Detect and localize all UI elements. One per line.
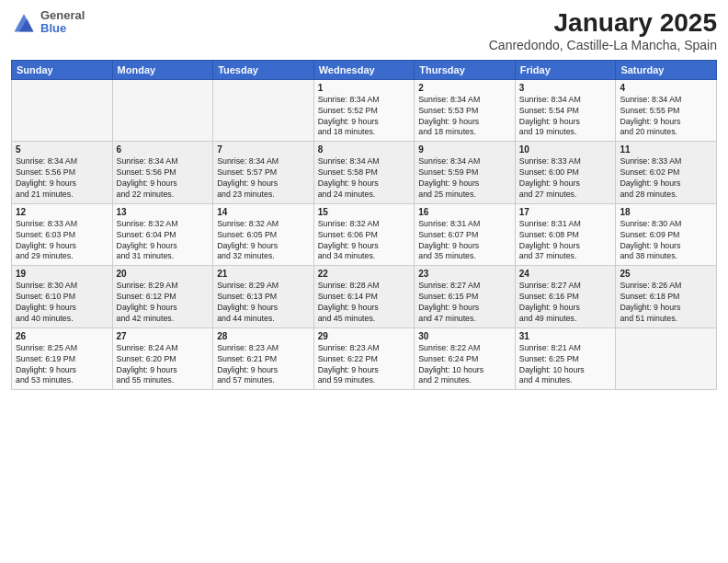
calendar-header: SundayMondayTuesdayWednesdayThursdayFrid… bbox=[12, 60, 717, 79]
day-number: 3 bbox=[519, 83, 612, 93]
cell-content: Sunrise: 8:34 AM Sunset: 5:56 PM Dayligh… bbox=[117, 156, 210, 201]
calendar-cell: 26Sunrise: 8:25 AM Sunset: 6:19 PM Dayli… bbox=[12, 327, 113, 390]
day-number: 6 bbox=[117, 144, 210, 155]
cell-content: Sunrise: 8:34 AM Sunset: 5:59 PM Dayligh… bbox=[418, 156, 511, 201]
calendar-cell: 2Sunrise: 8:34 AM Sunset: 5:53 PM Daylig… bbox=[415, 79, 516, 142]
calendar-cell: 1Sunrise: 8:34 AM Sunset: 5:52 PM Daylig… bbox=[313, 79, 415, 142]
cell-content: Sunrise: 8:33 AM Sunset: 6:00 PM Dayligh… bbox=[519, 156, 612, 201]
calendar-week-4: 19Sunrise: 8:30 AM Sunset: 6:10 PM Dayli… bbox=[12, 266, 717, 328]
cell-content: Sunrise: 8:34 AM Sunset: 5:55 PM Dayligh… bbox=[620, 95, 712, 139]
calendar-cell bbox=[213, 79, 314, 142]
day-number: 19 bbox=[16, 269, 108, 279]
calendar-cell bbox=[12, 79, 113, 142]
cell-content: Sunrise: 8:32 AM Sunset: 6:05 PM Dayligh… bbox=[217, 219, 310, 263]
calendar-cell: 19Sunrise: 8:30 AM Sunset: 6:10 PM Dayli… bbox=[12, 266, 113, 328]
cell-content: Sunrise: 8:22 AM Sunset: 6:24 PM Dayligh… bbox=[418, 343, 511, 387]
calendar-cell: 9Sunrise: 8:34 AM Sunset: 5:59 PM Daylig… bbox=[415, 142, 516, 204]
calendar-cell: 13Sunrise: 8:32 AM Sunset: 6:04 PM Dayli… bbox=[112, 203, 213, 266]
header: General Blue January 2025 Canredondo, Ca… bbox=[11, 9, 717, 52]
day-header-row: SundayMondayTuesdayWednesdayThursdayFrid… bbox=[12, 60, 717, 79]
calendar-body: 1Sunrise: 8:34 AM Sunset: 5:52 PM Daylig… bbox=[12, 79, 717, 390]
cell-content: Sunrise: 8:34 AM Sunset: 5:54 PM Dayligh… bbox=[519, 95, 612, 139]
day-number: 27 bbox=[117, 331, 210, 341]
cell-content: Sunrise: 8:25 AM Sunset: 6:19 PM Dayligh… bbox=[16, 343, 108, 387]
day-number: 14 bbox=[217, 207, 310, 217]
page: General Blue January 2025 Canredondo, Ca… bbox=[0, 0, 728, 563]
cell-content: Sunrise: 8:21 AM Sunset: 6:25 PM Dayligh… bbox=[519, 343, 612, 387]
cell-content: Sunrise: 8:23 AM Sunset: 6:21 PM Dayligh… bbox=[217, 343, 310, 387]
page-title: January 2025 bbox=[489, 9, 717, 38]
calendar-cell: 29Sunrise: 8:23 AM Sunset: 6:22 PM Dayli… bbox=[313, 327, 415, 390]
day-number: 10 bbox=[519, 144, 612, 155]
day-number: 1 bbox=[318, 83, 411, 93]
day-number: 13 bbox=[117, 207, 210, 217]
cell-content: Sunrise: 8:32 AM Sunset: 6:04 PM Dayligh… bbox=[117, 219, 210, 263]
calendar-week-1: 1Sunrise: 8:34 AM Sunset: 5:52 PM Daylig… bbox=[12, 79, 717, 142]
calendar-cell: 28Sunrise: 8:23 AM Sunset: 6:21 PM Dayli… bbox=[213, 327, 314, 390]
day-number: 2 bbox=[418, 83, 511, 93]
calendar-cell: 27Sunrise: 8:24 AM Sunset: 6:20 PM Dayli… bbox=[112, 327, 213, 390]
calendar-cell: 5Sunrise: 8:34 AM Sunset: 5:56 PM Daylig… bbox=[12, 142, 113, 204]
day-number: 16 bbox=[418, 207, 511, 217]
calendar-cell: 4Sunrise: 8:34 AM Sunset: 5:55 PM Daylig… bbox=[616, 79, 717, 142]
calendar-cell: 21Sunrise: 8:29 AM Sunset: 6:13 PM Dayli… bbox=[213, 266, 314, 328]
day-header-wednesday: Wednesday bbox=[313, 60, 415, 79]
calendar-cell: 15Sunrise: 8:32 AM Sunset: 6:06 PM Dayli… bbox=[313, 203, 415, 266]
cell-content: Sunrise: 8:29 AM Sunset: 6:13 PM Dayligh… bbox=[217, 281, 310, 325]
cell-content: Sunrise: 8:30 AM Sunset: 6:10 PM Dayligh… bbox=[16, 281, 108, 325]
calendar-cell bbox=[112, 79, 213, 142]
day-number: 7 bbox=[217, 144, 310, 155]
calendar-cell: 3Sunrise: 8:34 AM Sunset: 5:54 PM Daylig… bbox=[515, 79, 616, 142]
day-header-thursday: Thursday bbox=[415, 60, 516, 79]
cell-content: Sunrise: 8:30 AM Sunset: 6:09 PM Dayligh… bbox=[620, 219, 712, 263]
day-number: 5 bbox=[16, 144, 108, 155]
calendar-cell: 30Sunrise: 8:22 AM Sunset: 6:24 PM Dayli… bbox=[415, 327, 516, 390]
logo-icon bbox=[11, 9, 37, 35]
calendar-cell: 14Sunrise: 8:32 AM Sunset: 6:05 PM Dayli… bbox=[213, 203, 314, 266]
day-number: 21 bbox=[217, 269, 310, 279]
day-number: 20 bbox=[117, 269, 210, 279]
day-number: 15 bbox=[318, 207, 411, 217]
day-number: 11 bbox=[620, 144, 712, 155]
cell-content: Sunrise: 8:23 AM Sunset: 6:22 PM Dayligh… bbox=[318, 343, 411, 387]
cell-content: Sunrise: 8:24 AM Sunset: 6:20 PM Dayligh… bbox=[117, 343, 210, 387]
day-number: 18 bbox=[620, 207, 712, 217]
day-number: 24 bbox=[519, 269, 612, 279]
day-header-saturday: Saturday bbox=[616, 60, 717, 79]
day-number: 28 bbox=[217, 331, 310, 341]
day-number: 31 bbox=[519, 331, 612, 341]
calendar-cell: 6Sunrise: 8:34 AM Sunset: 5:56 PM Daylig… bbox=[112, 142, 213, 204]
cell-content: Sunrise: 8:31 AM Sunset: 6:08 PM Dayligh… bbox=[519, 219, 612, 263]
cell-content: Sunrise: 8:33 AM Sunset: 6:02 PM Dayligh… bbox=[620, 156, 712, 201]
day-number: 12 bbox=[16, 207, 108, 217]
calendar-week-5: 26Sunrise: 8:25 AM Sunset: 6:19 PM Dayli… bbox=[12, 327, 717, 390]
day-number: 30 bbox=[418, 331, 511, 341]
calendar-cell: 22Sunrise: 8:28 AM Sunset: 6:14 PM Dayli… bbox=[313, 266, 415, 328]
cell-content: Sunrise: 8:31 AM Sunset: 6:07 PM Dayligh… bbox=[418, 219, 511, 263]
calendar-cell: 24Sunrise: 8:27 AM Sunset: 6:16 PM Dayli… bbox=[515, 266, 616, 328]
day-number: 29 bbox=[318, 331, 411, 341]
cell-content: Sunrise: 8:28 AM Sunset: 6:14 PM Dayligh… bbox=[318, 281, 411, 325]
day-number: 26 bbox=[16, 331, 108, 341]
calendar-cell: 31Sunrise: 8:21 AM Sunset: 6:25 PM Dayli… bbox=[515, 327, 616, 390]
calendar-cell: 12Sunrise: 8:33 AM Sunset: 6:03 PM Dayli… bbox=[12, 203, 113, 266]
cell-content: Sunrise: 8:34 AM Sunset: 5:57 PM Dayligh… bbox=[217, 156, 310, 201]
title-block: January 2025 Canredondo, Castille-La Man… bbox=[489, 9, 717, 52]
day-number: 25 bbox=[620, 269, 712, 279]
cell-content: Sunrise: 8:34 AM Sunset: 5:58 PM Dayligh… bbox=[318, 156, 411, 201]
calendar-cell: 25Sunrise: 8:26 AM Sunset: 6:18 PM Dayli… bbox=[616, 266, 717, 328]
calendar-week-2: 5Sunrise: 8:34 AM Sunset: 5:56 PM Daylig… bbox=[12, 142, 717, 204]
day-header-tuesday: Tuesday bbox=[213, 60, 314, 79]
calendar-cell: 7Sunrise: 8:34 AM Sunset: 5:57 PM Daylig… bbox=[213, 142, 314, 204]
day-number: 17 bbox=[519, 207, 612, 217]
calendar-cell: 23Sunrise: 8:27 AM Sunset: 6:15 PM Dayli… bbox=[415, 266, 516, 328]
day-header-monday: Monday bbox=[112, 60, 213, 79]
day-header-sunday: Sunday bbox=[12, 60, 113, 79]
day-number: 8 bbox=[318, 144, 411, 155]
day-header-friday: Friday bbox=[515, 60, 616, 79]
calendar-week-3: 12Sunrise: 8:33 AM Sunset: 6:03 PM Dayli… bbox=[12, 203, 717, 266]
day-number: 9 bbox=[418, 144, 511, 155]
logo: General Blue bbox=[11, 9, 85, 36]
calendar-cell: 8Sunrise: 8:34 AM Sunset: 5:58 PM Daylig… bbox=[313, 142, 415, 204]
calendar-cell: 16Sunrise: 8:31 AM Sunset: 6:07 PM Dayli… bbox=[415, 203, 516, 266]
